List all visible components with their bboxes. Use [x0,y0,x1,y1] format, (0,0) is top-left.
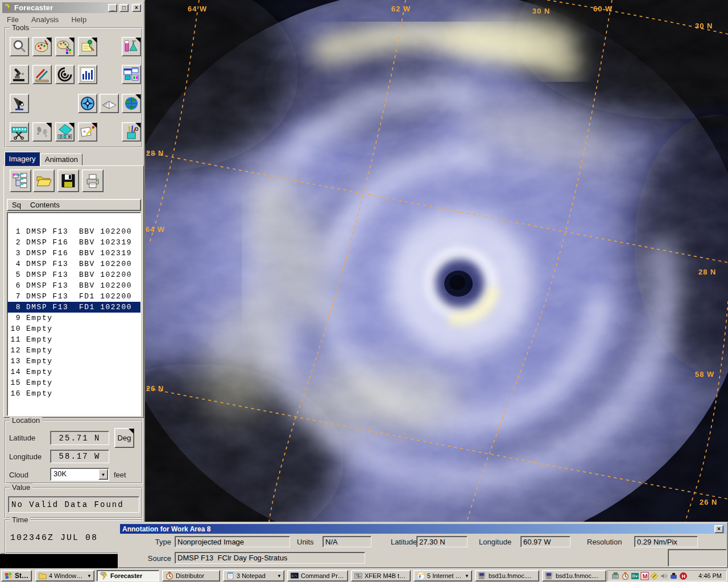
list-item-square-10[interactable]: 10Empty [7,323,140,334]
tool-palette-grid-button[interactable] [55,37,75,56]
tab-imagery[interactable]: Imagery [5,152,40,166]
close-button[interactable]: × [132,4,141,12]
square-contents: Empty [26,323,53,334]
square-number: 11 [7,334,21,345]
list-item-square-13[interactable]: 13Empty [7,356,140,367]
taskbar-button-bsd1u-fnmoc[interactable]: bsd1u.fnmoc.... [542,570,606,581]
tool-book-button[interactable] [100,94,119,113]
print-button[interactable] [82,169,104,192]
menu-file[interactable]: File [7,15,19,24]
satellite-image[interactable]: 64 W62 W30 N60 W30 N28 N64 W26 N28 N58 W… [145,0,728,522]
tool-palette-button[interactable] [32,37,52,56]
tool-pencil-cup-button[interactable] [122,122,141,142]
annotation-title: Annotation for Work Area 8 [122,525,714,533]
tool-film-projector-button[interactable] [55,122,75,142]
taskbar-button-command-pro[interactable]: C:\Command Pro... [287,570,348,581]
longitude-value-field: 58.17 W [50,450,109,463]
value-field: No Valid Data Found [8,496,139,513]
list-item-square-4[interactable]: 4DMSP F13 BBV 102200 [7,259,140,269]
tool-globe-button[interactable] [122,94,141,113]
list-item-square-15[interactable]: 15Empty [7,377,140,388]
menu-analysis[interactable]: Analysis [31,15,59,24]
maximize-button[interactable]: □ [119,4,129,12]
latitude-value-field: 25.71 N [50,431,109,445]
tree-button[interactable] [10,169,31,192]
open-folder-button[interactable] [33,169,55,192]
dropdown-corner-icon [69,38,74,43]
ie-icon: e [416,571,425,580]
list-item-square-8[interactable]: 8DMSP F13 FD1 102200 [7,302,140,313]
list-item-square-16[interactable]: 16Empty [7,388,140,399]
tray-stopwatch-icon[interactable] [621,572,630,580]
list-item-square-7[interactable]: 7DMSP F13 FD1 102200 [7,291,140,302]
cloud-height-dropdown[interactable]: 30K ▼ [50,468,109,481]
tool-note-pencil-button[interactable] [78,122,97,142]
chevron-down-icon[interactable]: ▼ [98,469,108,480]
squares-list[interactable]: 1DMSP F13 BBV 1022002DMSP F16 BBV 102319… [7,212,141,416]
tool-film-scissors-button[interactable] [10,122,29,142]
square-number: 4 [7,259,21,269]
tool-compass-button[interactable] [78,94,97,113]
taskbar-button-distributor[interactable]: Distributor [162,570,220,581]
taskbar-button-forecaster[interactable]: Forecaster [97,570,159,581]
list-item-square-9[interactable]: 9Empty [7,313,140,323]
tray-key-icon[interactable] [631,572,639,580]
dropdown-corner-icon [92,38,97,43]
start-button[interactable]: Start [1,570,32,581]
tray-h-app-icon[interactable]: H [679,572,688,580]
tray-volume-icon[interactable] [660,572,668,580]
tool-microscope-button[interactable] [10,65,29,84]
tray-usb-icon[interactable] [669,572,678,580]
tab-animation[interactable]: Animation [40,153,82,166]
tool-note-pin-button[interactable] [78,37,97,56]
menu-help[interactable]: Help [71,15,86,24]
tool-footprints-button[interactable] [32,122,52,142]
list-item-square-12[interactable]: 12Empty [7,345,140,356]
svg-text:C:\: C:\ [292,575,297,578]
tray-m-app-icon[interactable]: M [640,572,649,580]
window-title: Forecaster [14,3,106,12]
square-number: 1 [7,226,21,237]
tool-chemistry-button[interactable] [122,37,141,56]
list-item-square-5[interactable]: 5DMSP F13 BBV 102200 [7,269,140,280]
square-number: 13 [7,356,21,367]
annotation-close-button[interactable]: × [714,525,723,533]
taskbar-button-xfer-m4b-to[interactable]: XFER M4B to ... [351,570,411,581]
tool-satellite-dish-button[interactable] [10,94,29,113]
taskbar-button-3-notepad[interactable]: 3 Notepad▼ [223,570,284,581]
taskbar-clock[interactable]: 4:46 PM [698,572,723,579]
list-item-square-14[interactable]: 14Empty [7,367,140,377]
stopwatch-icon [165,571,174,580]
tool-win-layout-button[interactable] [122,65,141,84]
tray-draw-icon[interactable] [650,572,659,580]
annotation-title-bar[interactable]: Annotation for Work Area 8 × [120,524,726,534]
list-item-square-1[interactable]: 1DMSP F13 BBV 102200 [7,226,140,237]
deg-units-button[interactable]: Deg [114,428,134,448]
transfer-icon [354,571,363,580]
list-item-square-6[interactable]: 6DMSP F13 BBV 102200 [7,280,140,291]
tool-draw-tools-button[interactable] [32,65,52,84]
minimize-button[interactable]: _ [108,4,117,12]
list-item-square-2[interactable]: 2DMSP F16 BBV 102319 [7,237,140,248]
list-item-square-3[interactable]: 3DMSP F16 BBV 102319 [7,248,140,259]
save-button[interactable] [57,169,79,192]
units-field: N/A [322,536,371,547]
taskbar-button-4-windows-e[interactable]: 4 Windows E...▼ [35,570,94,581]
taskbar-button-label: Command Pro... [301,572,345,579]
square-contents: Empty [26,334,53,345]
taskbar-button-bsd1u-fnmoc[interactable]: bsd1u.fnmoc.... [475,570,539,581]
tool-bar-chart-button[interactable] [78,65,97,84]
chevron-down-icon[interactable]: ▼ [87,573,92,579]
taskbar-button-5-internet-e[interactable]: e5 Internet E...▼ [413,570,472,581]
chevron-down-icon[interactable]: ▼ [277,573,282,579]
chevron-down-icon[interactable]: ▼ [465,573,469,579]
tray-device-icon[interactable] [611,572,620,580]
list-item-square-11[interactable]: 11Empty [7,334,140,345]
square-number: 6 [7,280,21,291]
location-group-label: Location [10,416,42,425]
tool-magnifier-button[interactable] [10,37,29,56]
square-contents: DMSP F13 BBV 102200 [26,259,132,269]
resolution-field: 0.29 Nm/Pix [634,536,698,547]
tool-cyclone-button[interactable] [55,65,75,84]
title-bar[interactable]: Forecaster _ □ × [2,2,143,13]
